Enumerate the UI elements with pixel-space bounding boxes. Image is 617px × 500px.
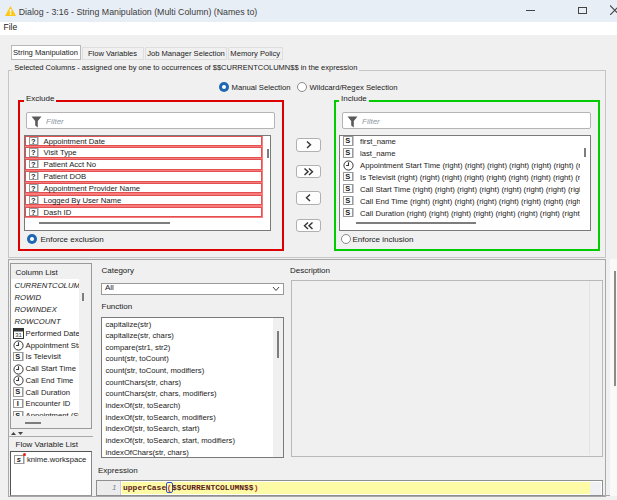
svg-text:31: 31 (15, 332, 22, 338)
